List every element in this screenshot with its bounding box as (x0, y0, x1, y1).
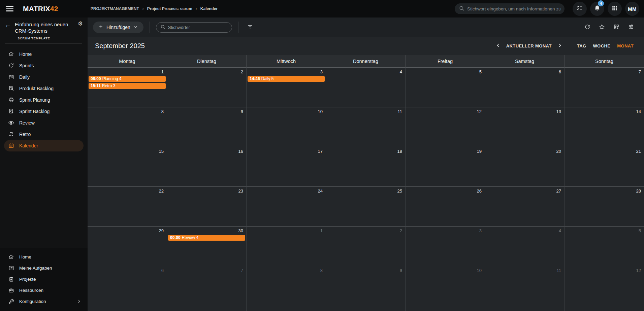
back-arrow-icon[interactable]: ← (5, 22, 11, 34)
calendar-cell-day-7[interactable]: 7 (167, 266, 247, 311)
checklist-button[interactable] (573, 2, 587, 16)
apps-grid-button[interactable] (608, 2, 622, 16)
calendar-cell-day-5[interactable]: 5 (565, 226, 644, 266)
next-month-button[interactable] (556, 41, 564, 50)
calendar-cell-day-13[interactable]: 13 (485, 107, 565, 147)
calendar-cell-day-11[interactable]: 11 (326, 107, 406, 147)
calendar-cell-day-6[interactable]: 6 (485, 67, 565, 107)
calendar-cell-day-8[interactable]: 8 (247, 266, 326, 311)
calendar-cell-day-22[interactable]: 22 (88, 186, 167, 226)
sidebar-item-produkt-backlog[interactable]: Produkt Backlog (0, 83, 88, 94)
calendar-cell-day-12[interactable]: 12 (565, 266, 644, 311)
calendar-cell-day-10[interactable]: 10 (247, 107, 326, 147)
calendar-cell-day-2[interactable]: 2 (326, 226, 406, 266)
calendar-cell-day-1[interactable]: 108:00Planning 415:11Retro 3 (88, 67, 167, 107)
item-label: Sprint Backlog (19, 109, 50, 114)
calendar-cell-day-3[interactable]: 3 (406, 226, 485, 266)
plus-icon (98, 24, 103, 30)
calendar-event[interactable]: 00:00Review 4 (168, 235, 245, 241)
calendar-cell-day-10[interactable]: 10 (406, 266, 485, 311)
calendar-cell-day-9[interactable]: 9 (167, 107, 247, 147)
calendar-cell-day-5[interactable]: 5 (406, 67, 485, 107)
calendar-cell-day-8[interactable]: 8 (88, 107, 167, 147)
sidebar-item-sprint-planung[interactable]: Sprint Planung (0, 94, 88, 106)
calendar-event[interactable]: 08:00Planning 4 (89, 76, 166, 82)
user-avatar[interactable]: MM (625, 2, 639, 16)
event-time: 15:11 (91, 83, 101, 88)
search-icon (459, 5, 464, 12)
global-search-input[interactable] (467, 6, 560, 11)
weekday-header-row: MontagDienstagMittwochDonnerstagFreitagS… (88, 55, 644, 67)
hamburger-menu-icon[interactable] (6, 6, 13, 11)
filter-button[interactable] (245, 22, 256, 33)
events-container: 14:46Daily 5 (247, 75, 326, 82)
calendar-cell-day-23[interactable]: 23 (167, 186, 247, 226)
bottom-nav-item-meine-aufgaben[interactable]: Meine Aufgaben (0, 263, 88, 274)
bottom-nav-item-projekte[interactable]: Projekte (0, 274, 88, 285)
sidebar-item-sprints[interactable]: Sprints (0, 60, 88, 71)
dashboard-add-button[interactable] (611, 22, 622, 33)
breadcrumb-separator: › (196, 6, 197, 11)
day-number: 10 (406, 266, 485, 274)
current-month-button[interactable]: AKTUELLER MONAT (504, 43, 554, 48)
bottom-nav-item-home[interactable]: Home (0, 251, 88, 263)
global-search[interactable] (455, 3, 565, 14)
settings-sliders-button[interactable] (625, 22, 637, 33)
calendar-cell-day-26[interactable]: 26 (406, 186, 485, 226)
calendar-cell-day-27[interactable]: 27 (485, 186, 565, 226)
sidebar-item-kalender[interactable]: Kalender (4, 140, 84, 151)
refresh-button[interactable] (582, 22, 593, 33)
topbar-actions: 4 MM (455, 2, 639, 16)
calendar-cell-day-18[interactable]: 18 (326, 147, 406, 186)
calendar-cell-day-4[interactable]: 4 (485, 226, 565, 266)
calendar-cell-day-3[interactable]: 314:46Daily 5 (247, 67, 326, 107)
calendar-cell-day-24[interactable]: 24 (247, 186, 326, 226)
chevron-left-icon (495, 43, 501, 49)
sidebar-item-review[interactable]: Review (0, 117, 88, 129)
view-button-monat[interactable]: MONAT (614, 41, 637, 50)
calendar-month-title: September 2025 (95, 42, 145, 50)
calendar-cell-day-21[interactable]: 21 (565, 147, 644, 186)
breadcrumb-item[interactable]: Project Process: scrum (147, 6, 192, 11)
calendar-cell-day-1[interactable]: 1 (247, 226, 326, 266)
gear-icon[interactable]: ⚙ (78, 20, 83, 27)
breadcrumb-item[interactable]: Kalender (200, 6, 218, 11)
sidebar-item-retro[interactable]: Retro (0, 129, 88, 140)
sidebar-item-home[interactable]: Home (0, 48, 88, 60)
previous-month-button[interactable] (494, 41, 502, 50)
calendar-event[interactable]: 15:11Retro 3 (89, 83, 166, 89)
calendar-cell-day-16[interactable]: 16 (167, 147, 247, 186)
calendar-cell-day-17[interactable]: 17 (247, 147, 326, 186)
calendar-cell-day-28[interactable]: 28 (565, 186, 644, 226)
calendar-cell-day-6[interactable]: 6 (88, 266, 167, 311)
keyword-search-input[interactable] (168, 25, 228, 30)
calendar-cell-day-15[interactable]: 15 (88, 147, 167, 186)
sidebar-item-sprint-backlog[interactable]: Sprint Backlog (0, 106, 88, 117)
bottom-nav-item-konfiguration[interactable]: Konfiguration (0, 296, 88, 307)
project-title: Einführung eines neuen CRM-Systems (15, 22, 69, 34)
calendar-cell-day-7[interactable]: 7 (565, 67, 644, 107)
keyword-search[interactable] (156, 22, 232, 33)
sidebar-item-daily[interactable]: Daily (0, 71, 88, 83)
calendar-cell-day-25[interactable]: 25 (326, 186, 406, 226)
calendar-cell-day-9[interactable]: 9 (326, 266, 406, 311)
calendar-cell-day-2[interactable]: 2 (167, 67, 247, 107)
favorite-button[interactable] (596, 22, 608, 33)
eye-icon (8, 120, 14, 126)
view-button-woche[interactable]: WOCHE (590, 41, 613, 50)
view-button-tag[interactable]: TAG (574, 41, 589, 50)
notifications-button[interactable]: 4 (590, 2, 604, 16)
calendar-event[interactable]: 14:46Daily 5 (248, 76, 325, 82)
calendar-cell-day-20[interactable]: 20 (485, 147, 565, 186)
day-number: 19 (406, 147, 485, 155)
calendar-cell-day-30[interactable]: 3000:00Review 4 (167, 226, 247, 266)
breadcrumb-item[interactable]: PROJEKTMANAGEMENT (91, 6, 139, 11)
calendar-cell-day-12[interactable]: 12 (406, 107, 485, 147)
calendar-cell-day-11[interactable]: 11 (485, 266, 565, 311)
calendar-cell-day-14[interactable]: 14 (565, 107, 644, 147)
bottom-nav-item-ressourcen[interactable]: Ressourcen (0, 285, 88, 296)
calendar-cell-day-19[interactable]: 19 (406, 147, 485, 186)
calendar-cell-day-4[interactable]: 4 (326, 67, 406, 107)
add-button[interactable]: Hinzufügen (93, 22, 143, 33)
calendar-cell-day-29[interactable]: 29 (88, 226, 167, 266)
